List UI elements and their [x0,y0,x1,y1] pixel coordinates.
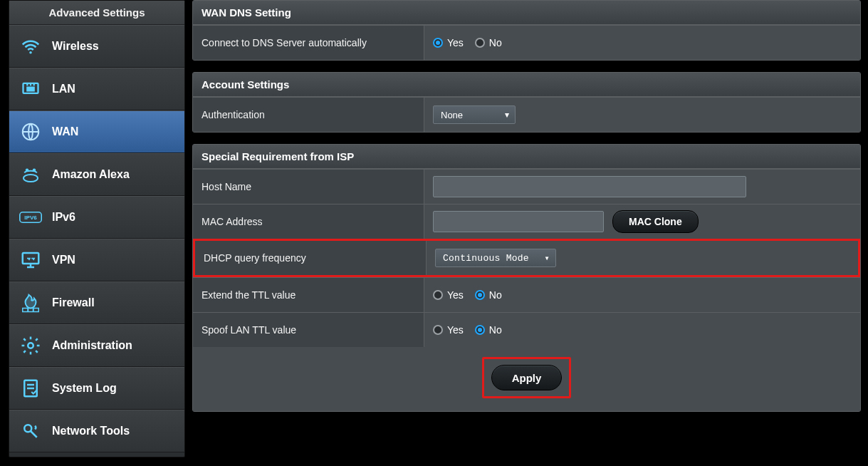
authentication-selected: None [441,110,463,120]
lan-icon [19,78,42,100]
sidebar-item-firewall[interactable]: Firewall [9,281,184,324]
sidebar-item-label: System Log [52,382,117,395]
sidebar-item-ipv6[interactable]: IPV6 IPv6 [9,196,184,239]
radio-no-label: No [489,37,502,48]
wifi-icon [19,35,42,58]
extend-ttl-no[interactable]: No [475,289,502,301]
radio-yes-label: Yes [447,289,464,301]
mac-address-input[interactable] [433,211,604,232]
svg-rect-2 [26,87,35,92]
mac-address-label: MAC Address [193,204,424,239]
spoof-ttl-no[interactable]: No [475,324,502,336]
spoof-ttl-radio-group: Yes No [433,324,502,336]
svg-rect-12 [23,253,39,264]
svg-point-18 [28,343,33,348]
connect-dns-auto-row: Connect to DNS Server automatically Yes … [193,25,860,60]
spoof-ttl-row: Spoof LAN TTL value Yes No [193,312,860,347]
sidebar-item-label: Wireless [52,40,99,53]
sidebar-item-label: Firewall [52,296,95,309]
mac-address-row: MAC Address MAC Clone [193,204,860,239]
dhcp-query-frequency-label: DHCP query frequency [195,241,427,275]
authentication-row: Authentication None ▾ [193,97,860,132]
connect-dns-auto-radio-group: Yes No [433,37,502,48]
sidebar-item-label: IPv6 [52,211,75,224]
apply-button[interactable]: Apply [491,365,563,390]
radio-yes-label: Yes [447,37,464,48]
chevron-down-icon: ▾ [545,253,550,264]
spoof-ttl-label: Spoof LAN TTL value [193,313,424,347]
extend-ttl-label: Extend the TTL value [193,278,424,312]
sidebar-item-system-log[interactable]: System Log [9,367,184,410]
sidebar-item-network-tools[interactable]: Network Tools [9,410,184,452]
sidebar-item-vpn[interactable]: VPN [9,239,184,281]
extend-ttl-yes-radio[interactable] [433,290,443,300]
extend-ttl-radio-group: Yes No [433,289,502,301]
spoof-ttl-yes-radio[interactable] [433,325,443,335]
sidebar-item-label: Network Tools [52,425,130,437]
sidebar-item-label: Administration [52,339,132,352]
mac-clone-button[interactable]: MAC Clone [612,210,699,233]
sidebar-item-label: LAN [52,83,75,95]
svg-text:IPV6: IPV6 [24,214,37,221]
wan-dns-header: WAN DNS Setting [193,1,860,25]
radio-yes-label: Yes [447,324,464,336]
svg-point-0 [29,51,32,54]
sidebar-item-label: Amazon Alexa [52,168,130,181]
authentication-label: Authentication [193,98,424,132]
ipv6-icon: IPV6 [19,206,42,229]
apply-row: Apply [193,347,860,411]
extend-ttl-row: Extend the TTL value Yes No [193,277,860,312]
connect-dns-auto-no-radio[interactable] [475,38,485,48]
svg-point-7 [23,175,38,182]
vpn-icon [19,249,42,271]
alexa-icon [19,163,42,186]
dhcp-query-frequency-select[interactable]: Continuous Mode ▾ [435,249,556,267]
sidebar-item-amazon-alexa[interactable]: Amazon Alexa [9,153,184,196]
sidebar-item-label: WAN [52,125,78,138]
chevron-down-icon: ▾ [505,110,509,120]
apply-highlight: Apply [482,357,572,398]
extend-ttl-yes[interactable]: Yes [433,289,464,301]
sidebar-title: Advanced Settings [9,1,184,25]
advanced-settings-sidebar: Advanced Settings Wireless LAN WAN Amazo… [9,0,185,457]
connect-dns-auto-label: Connect to DNS Server automatically [193,26,424,60]
svg-point-22 [24,425,31,432]
connect-dns-auto-yes[interactable]: Yes [433,37,464,48]
wan-dns-panel: WAN DNS Setting Connect to DNS Server au… [192,0,861,61]
radio-no-label: No [489,289,502,301]
dhcp-query-frequency-row: DHCP query frequency Continuous Mode ▾ [193,239,860,277]
spoof-ttl-no-radio[interactable] [475,325,485,335]
svg-point-8 [26,170,28,172]
spoof-ttl-yes[interactable]: Yes [433,324,464,336]
isp-requirement-header: Special Requirement from ISP [193,145,860,169]
extend-ttl-no-radio[interactable] [475,290,485,300]
host-name-input[interactable] [433,176,746,197]
sidebar-item-administration[interactable]: Administration [9,324,184,367]
sidebar-item-label: VPN [52,254,75,266]
tools-icon [19,420,42,442]
globe-icon [19,120,42,143]
sidebar-item-wan[interactable]: WAN [9,110,184,153]
connect-dns-auto-yes-radio[interactable] [433,38,443,48]
authentication-select[interactable]: None ▾ [433,105,516,124]
gear-icon [19,334,42,357]
log-icon [19,377,42,400]
connect-dns-auto-no[interactable]: No [475,37,502,48]
dhcp-query-frequency-selected: Continuous Mode [443,253,529,264]
isp-requirement-panel: Special Requirement from ISP Host Name M… [192,144,861,412]
firewall-icon [19,291,42,314]
account-settings-panel: Account Settings Authentication None ▾ [192,72,861,133]
sidebar-item-lan[interactable]: LAN [9,68,184,110]
svg-point-9 [33,170,36,172]
wan-settings-content: WAN DNS Setting Connect to DNS Server au… [185,0,868,466]
radio-no-label: No [489,324,502,336]
sidebar-item-wireless[interactable]: Wireless [9,25,184,68]
host-name-label: Host Name [193,170,424,204]
host-name-row: Host Name [193,169,860,204]
account-settings-header: Account Settings [193,73,860,97]
